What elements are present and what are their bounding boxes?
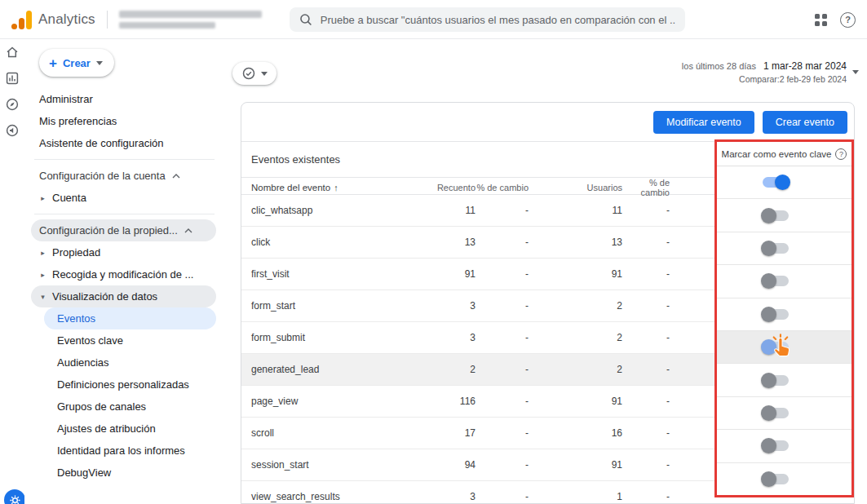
toggle-cell bbox=[717, 298, 852, 331]
key-event-toggle[interactable] bbox=[763, 309, 789, 320]
sidebar-item-propiedad[interactable]: ▸ Propiedad bbox=[31, 241, 216, 263]
event-users: 2 bbox=[529, 332, 622, 343]
event-count: 94 bbox=[422, 459, 476, 471]
sidebar-divider bbox=[34, 214, 215, 214]
sidebar-item-debugview[interactable]: DebugView bbox=[44, 462, 216, 484]
topbar-actions: ? bbox=[815, 0, 856, 39]
admin-gear-icon[interactable] bbox=[4, 489, 25, 504]
chevron-up-icon bbox=[172, 174, 180, 179]
event-users-change: - bbox=[622, 332, 670, 343]
date-range-label: los últimos 28 días bbox=[682, 61, 756, 71]
event-users-change: - bbox=[622, 491, 670, 502]
event-change: - bbox=[476, 459, 529, 471]
event-count: 3 bbox=[422, 332, 476, 343]
event-users-change: - bbox=[622, 396, 670, 407]
event-users-change: - bbox=[622, 364, 670, 375]
toggle-cell bbox=[717, 232, 852, 265]
event-change: - bbox=[476, 205, 529, 216]
key-event-toggle[interactable] bbox=[763, 408, 789, 418]
sidebar-divider bbox=[34, 159, 215, 160]
sidebar-item-eventos-clave[interactable]: Eventos clave bbox=[44, 329, 216, 351]
search-bar[interactable]: Pruebe a buscar "cuántos usuarios el mes… bbox=[290, 7, 685, 32]
date-range-picker[interactable]: los últimos 28 días1 mar-28 mar 2024 Com… bbox=[682, 60, 859, 84]
topbar-divider bbox=[107, 11, 108, 29]
event-name: clic_whatsapp bbox=[251, 205, 422, 216]
topbar: Analytics Pruebe a buscar "cuántos usuar… bbox=[0, 0, 867, 39]
key-event-toggle[interactable] bbox=[763, 210, 789, 221]
column-cambio[interactable]: % de cambio bbox=[476, 183, 529, 192]
event-change: - bbox=[476, 332, 529, 343]
event-users-change: - bbox=[622, 237, 670, 248]
key-event-toggle[interactable] bbox=[763, 276, 789, 286]
sidebar-item-audiencias[interactable]: Audiencias bbox=[44, 351, 216, 374]
column-recuento[interactable]: Recuento bbox=[422, 183, 476, 192]
key-event-toggle[interactable] bbox=[763, 474, 789, 484]
key-event-toggle[interactable] bbox=[763, 243, 789, 254]
modify-event-button[interactable]: Modificar evento bbox=[653, 111, 754, 134]
event-users: 13 bbox=[529, 237, 622, 248]
help-icon[interactable]: ? bbox=[840, 12, 856, 28]
main-content: los últimos 28 días1 mar-28 mar 2024 Com… bbox=[224, 39, 867, 504]
chevron-down-icon bbox=[852, 70, 859, 74]
column-usuarios[interactable]: Usuarios bbox=[529, 183, 622, 192]
explore-icon[interactable] bbox=[0, 91, 24, 117]
reports-icon[interactable] bbox=[0, 65, 24, 91]
create-button[interactable]: + Crear bbox=[39, 49, 114, 77]
plus-icon: + bbox=[49, 56, 57, 70]
event-count: 11 bbox=[422, 205, 476, 216]
advertising-icon[interactable] bbox=[0, 117, 24, 144]
key-event-toggle[interactable] bbox=[763, 440, 789, 451]
sidebar-item-eventos[interactable]: Eventos bbox=[44, 307, 216, 329]
section-configuracion-propiedad[interactable]: Configuración de la propied... bbox=[31, 219, 216, 241]
key-event-toggle[interactable] bbox=[763, 375, 789, 386]
section-configuracion-cuenta[interactable]: Configuración de la cuenta bbox=[31, 165, 216, 187]
sidebar-item-grupos-de-canales[interactable]: Grupos de canales bbox=[44, 396, 216, 418]
home-icon[interactable] bbox=[0, 39, 24, 65]
event-name: first_visit bbox=[251, 268, 422, 280]
help-circle-icon[interactable]: ? bbox=[835, 148, 847, 160]
event-change: - bbox=[476, 300, 529, 312]
admin-sidebar: + Crear Administrar Mis preferencias Asi… bbox=[24, 39, 224, 504]
toggle-cell bbox=[717, 199, 852, 232]
sidebar-item-visualizacion-de-datos[interactable]: ▾ Visualización de datos bbox=[31, 285, 216, 307]
toggle-cell bbox=[717, 397, 852, 430]
create-event-button[interactable]: Crear evento bbox=[763, 111, 847, 134]
key-event-panel-annotated: Marcar como evento clave ? bbox=[714, 139, 854, 497]
event-users: 2 bbox=[529, 364, 622, 375]
sidebar-item-identidad-para-los-informes[interactable]: Identidad para los informes bbox=[44, 440, 216, 462]
data-quality-dropdown[interactable] bbox=[232, 62, 276, 85]
analytics-logo-icon bbox=[11, 10, 32, 29]
event-change: - bbox=[476, 237, 529, 248]
apps-grid-icon[interactable] bbox=[815, 14, 827, 26]
sidebar-item-recogida-y-modificacion[interactable]: ▸ Recogida y modificación de ... bbox=[31, 263, 216, 285]
event-users-change: - bbox=[622, 205, 670, 216]
expand-arrow-icon: ▸ bbox=[39, 271, 46, 279]
column-nombre-del-evento[interactable]: Nombre del evento ↑ bbox=[251, 183, 422, 192]
search-icon bbox=[299, 13, 312, 26]
sidebar-item-cuenta[interactable]: ▸ Cuenta bbox=[31, 187, 216, 209]
date-range-value: 1 mar-28 mar 2024 bbox=[763, 60, 847, 72]
event-name: generated_lead bbox=[251, 364, 422, 375]
sidebar-item-ajustes-de-atribuci-n[interactable]: Ajustes de atribución bbox=[44, 418, 216, 440]
event-name: session_start bbox=[251, 459, 422, 471]
sidebar-item-administrar[interactable]: Administrar bbox=[24, 88, 224, 110]
toggle-cell bbox=[717, 364, 852, 396]
sidebar-item-asistente-de-configuracion[interactable]: Asistente de configuración bbox=[24, 132, 224, 154]
sidebar-item-mis-preferencias[interactable]: Mis preferencias bbox=[24, 110, 224, 132]
sidebar-item-definiciones-personalizadas[interactable]: Definiciones personalizadas bbox=[44, 374, 216, 396]
create-button-label: Crear bbox=[63, 57, 91, 69]
key-event-toggle[interactable] bbox=[763, 177, 789, 188]
event-count: 91 bbox=[422, 268, 476, 280]
event-change: - bbox=[476, 396, 529, 407]
date-compare-value: Comparar:2 feb-29 feb 2024 bbox=[682, 74, 847, 84]
toggle-cell bbox=[717, 166, 852, 199]
chevron-down-icon bbox=[261, 72, 268, 76]
toggle-cell bbox=[717, 331, 852, 364]
expand-arrow-icon: ▸ bbox=[39, 194, 46, 202]
hand-cursor-icon bbox=[767, 334, 795, 361]
event-name: scroll bbox=[251, 427, 422, 439]
event-users-change: - bbox=[622, 459, 670, 471]
event-name: view_search_results bbox=[251, 491, 422, 502]
account-switcher-redacted[interactable] bbox=[119, 11, 262, 29]
event-count: 17 bbox=[422, 427, 476, 439]
